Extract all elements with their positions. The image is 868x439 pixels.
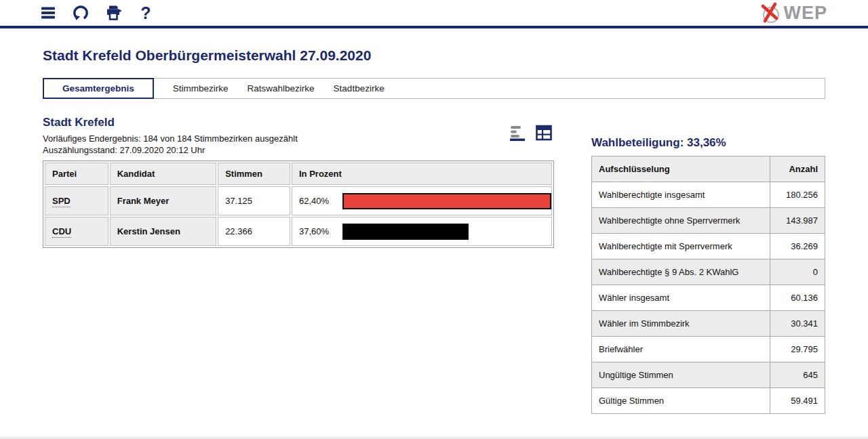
turnout-value: 0 <box>770 259 825 285</box>
chart-view-icon <box>509 124 526 142</box>
tab-ratswahlbezirke[interactable]: Ratswahlbezirke <box>238 79 324 98</box>
results-table: Partei Kandidat Stimmen In Prozent SPD <box>43 161 553 247</box>
turnout-value: 30.341 <box>770 311 825 337</box>
main-content: Stadt Krefeld Oberbürgermeisterwahl 27.0… <box>0 47 868 414</box>
turnout-label: Wähler im Stimmbezirk <box>592 311 770 337</box>
wep-logo: WEP <box>759 1 827 24</box>
turnout-row: Wahlberechtigte § 9 Abs. 2 KWahlG 0 <box>592 259 825 285</box>
turnout-label: Wahlberechtigte § 9 Abs. 2 KWahlG <box>592 259 770 285</box>
turnout-label: Briefwähler <box>592 337 770 362</box>
table-view-icon <box>535 124 553 142</box>
bar-track <box>342 193 551 209</box>
turnout-heading: Wahlbeteiligung: 33,36% <box>591 136 825 150</box>
result-bar-cdu <box>342 224 469 240</box>
turnout-row: Wahlberechtigte ohne Sperrvermerk 143.98… <box>592 208 825 234</box>
col-header-aufschluesselung: Aufschlüsselung <box>592 156 770 182</box>
turnout-value: 36.269 <box>770 234 825 259</box>
bar-track <box>342 224 551 240</box>
col-header-partei: Partei <box>45 163 108 185</box>
col-header-anzahl: Anzahl <box>770 156 825 182</box>
turnout-label: Wahlberechtigte insgesamt <box>592 182 770 208</box>
page: ? WEP Stadt Krefeld Oberbürgermeisterwah… <box>0 0 868 439</box>
turnout-row: Wähler insgesamt 60.136 <box>592 285 825 311</box>
percent-cell: 62,40% <box>292 186 552 215</box>
print-button[interactable] <box>104 4 122 22</box>
print-icon <box>104 4 122 22</box>
results-header-row: Partei Kandidat Stimmen In Prozent <box>45 163 552 185</box>
tab-stadtbezirke[interactable]: Stadtbezirke <box>324 79 394 98</box>
chart-view-button[interactable] <box>509 124 526 142</box>
turnout-label: Wahlberechtigte mit Sperrvermerk <box>592 234 770 259</box>
tab-gesamtergebnis[interactable]: Gesamtergebnis <box>43 78 154 99</box>
candidate-cell: Frank Meyer <box>110 186 216 215</box>
percent-label: 62,40% <box>299 196 342 206</box>
turnout-label: Ungültige Stimmen <box>592 362 770 388</box>
tab-stimmbezirke[interactable]: Stimmbezirke <box>163 79 238 98</box>
turnout-label: Gültige Stimmen <box>592 388 770 414</box>
turnout-section: Wahlbeteiligung: 33,36% Aufschlüsselung … <box>591 116 825 414</box>
ballot-cross-icon <box>759 1 782 24</box>
status-line-2: Auszählungsstand: 27.09.2020 20:12 Uhr <box>43 144 554 156</box>
top-toolbar: ? WEP <box>0 0 868 26</box>
help-button[interactable]: ? <box>137 4 155 22</box>
turnout-table: Aufschlüsselung Anzahl Wahlberechtigte i… <box>591 156 825 414</box>
turnout-value: 180.256 <box>770 182 825 208</box>
turnout-row: Wahlberechtigte mit Sperrvermerk 36.269 <box>592 234 825 259</box>
refresh-button[interactable] <box>72 4 90 22</box>
percent-cell: 37,60% <box>292 217 552 246</box>
menu-button[interactable] <box>39 4 57 22</box>
status-line-1: Vorläufiges Endergebnis: 184 von 184 Sti… <box>43 133 554 144</box>
votes-cell: 22.366 <box>218 217 290 246</box>
col-header-kandidat: Kandidat <box>110 163 216 185</box>
result-row-spd: SPD Frank Meyer 37.125 62,40% <box>45 186 552 215</box>
columns: Stadt Krefeld Vorläufiges Endergebnis: 1… <box>43 116 825 414</box>
result-row-cdu: CDU Kerstin Jensen 22.366 37,60% <box>45 217 552 246</box>
tab-bar: Gesamtergebnis Stimmbezirke Ratswahlbezi… <box>43 78 825 99</box>
turnout-value: 29.795 <box>770 337 825 362</box>
refresh-icon <box>72 4 90 22</box>
wep-logo-text: WEP <box>783 3 827 24</box>
results-section: Stadt Krefeld Vorläufiges Endergebnis: 1… <box>43 116 554 414</box>
party-cell: CDU <box>45 217 108 246</box>
turnout-row: Ungültige Stimmen 645 <box>592 362 825 388</box>
help-icon: ? <box>140 4 151 22</box>
turnout-label: Wähler insgesamt <box>592 285 770 311</box>
candidate-cell: Kerstin Jensen <box>110 217 216 246</box>
party-cell: SPD <box>45 186 108 215</box>
menu-icon <box>39 4 57 22</box>
results-table-wrap: Partei Kandidat Stimmen In Prozent SPD <box>43 161 554 248</box>
turnout-value: 645 <box>770 362 825 388</box>
turnout-row: Wähler im Stimmbezirk 30.341 <box>592 311 825 337</box>
col-header-in-prozent: In Prozent <box>292 163 552 185</box>
page-title: Stadt Krefeld Oberbürgermeisterwahl 27.0… <box>43 47 825 64</box>
party-abbr-spd[interactable]: SPD <box>52 196 71 207</box>
header-divider <box>0 26 868 28</box>
turnout-header-row: Aufschlüsselung Anzahl <box>592 156 825 182</box>
votes-cell: 37.125 <box>218 186 290 215</box>
party-abbr-cdu[interactable]: CDU <box>52 226 71 238</box>
turnout-row: Gültige Stimmen 59.491 <box>592 388 825 414</box>
turnout-row: Wahlberechtigte insgesamt 180.256 <box>592 182 825 208</box>
turnout-value: 59.491 <box>770 388 825 414</box>
table-view-button[interactable] <box>535 124 553 142</box>
result-bar-spd <box>342 193 551 209</box>
turnout-label: Wahlberechtigte ohne Sperrvermerk <box>592 208 770 234</box>
percent-label: 37,60% <box>299 226 342 236</box>
col-header-stimmen: Stimmen <box>218 163 290 185</box>
turnout-row: Briefwähler 29.795 <box>592 337 825 362</box>
turnout-value: 143.987 <box>770 208 825 234</box>
view-toggle-group <box>509 124 553 142</box>
turnout-value: 60.136 <box>770 285 825 311</box>
results-heading: Stadt Krefeld <box>43 116 554 129</box>
